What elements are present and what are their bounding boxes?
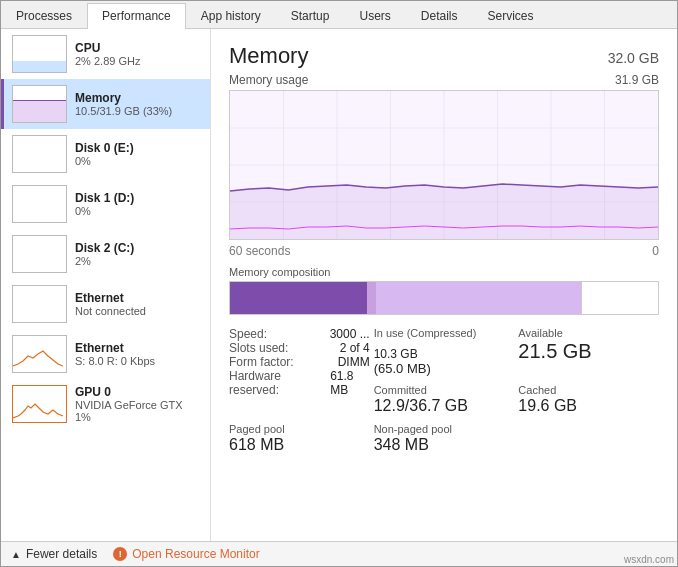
- disk0-sub: 0%: [75, 155, 202, 167]
- sidebar-item-disk2[interactable]: Disk 2 (C:) 2%: [1, 229, 210, 279]
- speed-val: 3000 ...: [330, 327, 370, 341]
- stat-nonpaged-value: 348 MB: [374, 436, 515, 454]
- stat-committed-value: 12.9/36.7 GB: [374, 397, 515, 415]
- sidebar-item-gpu0[interactable]: GPU 0 NVIDIA GeForce GTX 1%: [1, 379, 210, 429]
- comp-standby: [376, 282, 581, 314]
- stats-area: In use (Compressed) 10.3 GB (65.0 MB) Av…: [229, 327, 659, 453]
- disk1-thumbnail: [12, 185, 67, 223]
- graph-time-right: 0: [652, 244, 659, 258]
- gpu0-sub: NVIDIA GeForce GTX: [75, 399, 202, 411]
- gpu0-label: GPU 0: [75, 385, 202, 399]
- cpu-thumbnail: [12, 35, 67, 73]
- ethernet1-sub: Not connected: [75, 305, 202, 317]
- cpu-sub: 2% 2.89 GHz: [75, 55, 202, 67]
- memory-sub: 10.5/31.9 GB (33%): [75, 105, 202, 117]
- task-manager-window: Processes Performance App history Startu…: [0, 0, 678, 567]
- form-key: Form factor:: [229, 355, 294, 369]
- comp-in-use: [230, 282, 367, 314]
- slots-val: 2 of 4: [340, 341, 370, 355]
- cpu-label: CPU: [75, 41, 202, 55]
- hw-val: 61.8 MB: [330, 369, 370, 397]
- speed-key: Speed:: [229, 327, 267, 341]
- stat-cached: Cached 19.6 GB: [518, 384, 659, 415]
- main-content: CPU 2% 2.89 GHz Memory 10.5/31.9 GB (33%…: [1, 29, 677, 541]
- stat-available-label: Available: [518, 327, 659, 339]
- sidebar: CPU 2% 2.89 GHz Memory 10.5/31.9 GB (33%…: [1, 29, 211, 541]
- svg-marker-10: [230, 184, 658, 239]
- tab-users[interactable]: Users: [344, 3, 405, 28]
- stat-available-value: 21.5 GB: [518, 340, 659, 362]
- tab-performance[interactable]: Performance: [87, 3, 186, 29]
- form-val: DIMM: [338, 355, 370, 369]
- gpu0-sub2: 1%: [75, 411, 202, 423]
- graph-time-row: 60 seconds 0: [229, 244, 659, 258]
- graph-time-left: 60 seconds: [229, 244, 290, 258]
- comp-free: [581, 282, 658, 314]
- usage-value-text: 31.9 GB: [615, 73, 659, 87]
- comp-modified: [367, 282, 376, 314]
- usage-label-text: Memory usage: [229, 73, 308, 87]
- memory-graph-svg: [230, 91, 658, 239]
- ethernet2-label: Ethernet: [75, 341, 202, 355]
- memory-thumbnail: [12, 85, 67, 123]
- tab-processes[interactable]: Processes: [1, 3, 87, 28]
- stat-in-use-sub: (65.0 MB): [374, 362, 515, 376]
- ethernet1-thumbnail: [12, 285, 67, 323]
- stat-committed-label: Committed: [374, 384, 515, 396]
- right-panel: Memory 32.0 GB Memory usage 31.9 GB: [211, 29, 677, 541]
- panel-total: 32.0 GB: [608, 50, 659, 66]
- stat-paged: Paged pool 618 MB: [229, 423, 370, 454]
- hw-row: Hardware reserved: 61.8 MB: [229, 369, 370, 397]
- gpu0-sparkline: [13, 386, 66, 422]
- sidebar-item-disk0[interactable]: Disk 0 (E:) 0%: [1, 129, 210, 179]
- stat-nonpaged: Non-paged pool 348 MB: [374, 423, 515, 454]
- stat-nonpaged-label: Non-paged pool: [374, 423, 515, 435]
- ethernet2-sub: S: 8.0 R: 0 Kbps: [75, 355, 202, 367]
- disk1-label: Disk 1 (D:): [75, 191, 202, 205]
- right-stats-block: Speed: 3000 ... Slots used: 2 of 4 Form …: [229, 327, 370, 415]
- fewer-details-label: Fewer details: [26, 547, 97, 561]
- stat-available: Available 21.5 GB: [518, 327, 659, 376]
- disk2-sub: 2%: [75, 255, 202, 267]
- chevron-up-icon: ▲: [11, 549, 21, 560]
- slots-row: Slots used: 2 of 4: [229, 341, 370, 355]
- stat-cached-value: 19.6 GB: [518, 397, 659, 415]
- sidebar-item-ethernet2[interactable]: Ethernet S: 8.0 R: 0 Kbps: [1, 329, 210, 379]
- stat-in-use-value: 10.3 GB (65.0 MB): [374, 340, 515, 376]
- speed-row: Speed: 3000 ...: [229, 327, 370, 341]
- tab-app-history[interactable]: App history: [186, 3, 276, 28]
- disk2-thumbnail: [12, 235, 67, 273]
- sidebar-item-memory[interactable]: Memory 10.5/31.9 GB (33%): [1, 79, 210, 129]
- stat-cached-label: Cached: [518, 384, 659, 396]
- memory-graph: [229, 90, 659, 240]
- sidebar-item-cpu[interactable]: CPU 2% 2.89 GHz: [1, 29, 210, 79]
- disk1-sub: 0%: [75, 205, 202, 217]
- stat-in-use: In use (Compressed) 10.3 GB (65.0 MB): [374, 327, 515, 376]
- ethernet1-label: Ethernet: [75, 291, 202, 305]
- warning-icon: !: [113, 547, 127, 561]
- disk0-thumbnail: [12, 135, 67, 173]
- stat-committed: Committed 12.9/36.7 GB: [374, 384, 515, 415]
- fewer-details-button[interactable]: ▲ Fewer details: [11, 547, 97, 561]
- stat-in-use-label: In use (Compressed): [374, 327, 515, 339]
- comp-label: Memory composition: [229, 266, 659, 278]
- disk2-label: Disk 2 (C:): [75, 241, 202, 255]
- sidebar-item-ethernet1[interactable]: Ethernet Not connected: [1, 279, 210, 329]
- stat-paged-value: 618 MB: [229, 436, 370, 454]
- usage-label-row: Memory usage 31.9 GB: [229, 73, 659, 87]
- memory-label: Memory: [75, 91, 202, 105]
- form-row: Form factor: DIMM: [229, 355, 370, 369]
- resource-monitor-button[interactable]: ! Open Resource Monitor: [113, 547, 259, 561]
- hw-key: Hardware reserved:: [229, 369, 322, 397]
- comp-bar: [229, 281, 659, 315]
- tab-bar: Processes Performance App history Startu…: [1, 1, 677, 29]
- ethernet2-thumbnail: [12, 335, 67, 373]
- tab-details[interactable]: Details: [406, 3, 473, 28]
- panel-header: Memory 32.0 GB: [229, 43, 659, 69]
- tab-startup[interactable]: Startup: [276, 3, 345, 28]
- sidebar-item-disk1[interactable]: Disk 1 (D:) 0%: [1, 179, 210, 229]
- gpu0-thumbnail: [12, 385, 67, 423]
- tab-services[interactable]: Services: [473, 3, 549, 28]
- disk0-label: Disk 0 (E:): [75, 141, 202, 155]
- ethernet2-sparkline: [13, 336, 66, 372]
